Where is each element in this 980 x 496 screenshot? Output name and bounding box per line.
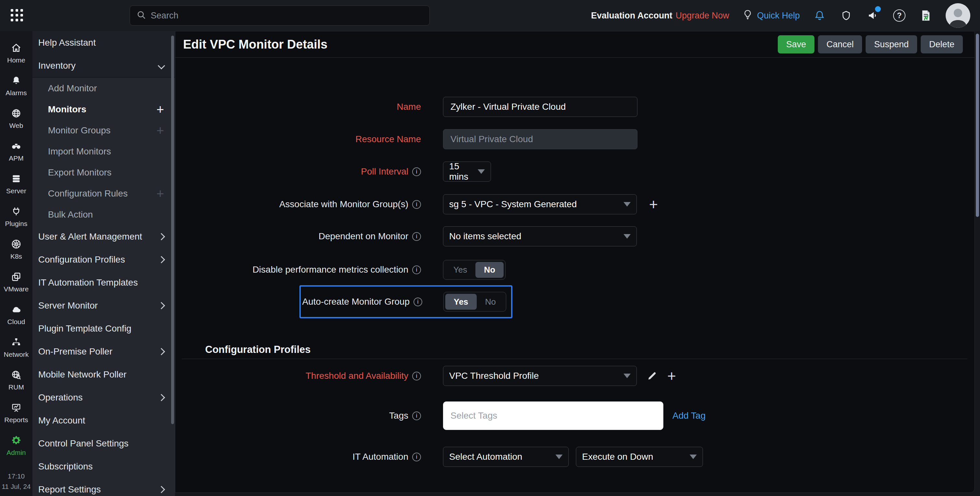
toggle-yes[interactable]: Yes — [445, 294, 477, 310]
name-input[interactable] — [443, 97, 638, 117]
info-icon[interactable]: i — [412, 167, 421, 176]
delete-button[interactable]: Delete — [921, 35, 963, 54]
info-icon[interactable]: i — [412, 200, 421, 209]
sidebar-item-help-assistant[interactable]: Help Assistant — [32, 31, 175, 54]
chevron-right-icon — [159, 234, 164, 239]
sidebar-item-inventory[interactable]: Inventory — [32, 54, 175, 78]
rail-item-cloud[interactable]: Cloud — [0, 298, 32, 331]
auto-create-toggle[interactable]: Yes No — [443, 292, 506, 312]
threshold-select[interactable]: VPC Threshold Profile — [443, 366, 637, 386]
sidebar-item-label: My Account — [38, 415, 85, 426]
sidebar-item-label: Export Monitors — [38, 167, 111, 178]
dependent-monitor-select[interactable]: No items selected — [443, 226, 637, 246]
evaluation-account-label: Evaluation Account — [591, 11, 673, 21]
tags-input[interactable] — [443, 401, 663, 430]
sidebar-item-label: Control Panel Settings — [38, 438, 129, 449]
topbar: Evaluation Account Upgrade Now Quick Hel… — [0, 0, 980, 31]
row-resource-name: Resource Name — [175, 129, 975, 149]
info-icon[interactable]: i — [412, 453, 421, 461]
toggle-no[interactable]: No — [476, 262, 504, 278]
global-search[interactable] — [130, 5, 430, 25]
sidebar-item-bulk-action[interactable]: Bulk Action — [32, 204, 175, 225]
disable-perf-toggle[interactable]: Yes No — [443, 260, 506, 280]
sidebar-item-monitors[interactable]: Monitors+ — [32, 99, 175, 120]
info-icon[interactable]: i — [412, 372, 421, 380]
add-tag-link[interactable]: Add Tag — [673, 410, 705, 421]
plugins-icon — [11, 206, 21, 217]
rail-item-label: Plugins — [5, 220, 27, 228]
rail-item-server[interactable]: Server — [0, 168, 32, 200]
edit-pencil-icon[interactable] — [646, 370, 657, 381]
sidebar-item-mobile-network-poller[interactable]: Mobile Network Poller — [32, 363, 175, 386]
help-question-icon[interactable]: ? — [892, 9, 906, 22]
sidebar-item-label: Add Monitor — [38, 83, 97, 93]
sidebar-item-operations[interactable]: Operations — [32, 386, 175, 409]
cancel-button[interactable]: Cancel — [818, 35, 862, 54]
vmware-icon — [11, 271, 21, 282]
sidebar-scrollbar[interactable] — [171, 36, 174, 424]
network-icon — [11, 337, 21, 348]
sidebar-item-subscriptions[interactable]: Subscriptions — [32, 455, 175, 478]
toggle-no[interactable]: No — [477, 294, 504, 310]
chevron-right-icon — [159, 349, 164, 354]
page-scrollbar[interactable] — [976, 34, 979, 217]
release-notes-icon[interactable] — [919, 9, 933, 22]
sidebar-item-add-monitor[interactable]: Add Monitor — [32, 78, 175, 99]
rail-item-rum[interactable]: RUM — [0, 364, 32, 396]
poll-interval-select[interactable]: 15 mins — [443, 162, 491, 182]
automation-select[interactable]: Select Automation — [443, 447, 569, 467]
rail-item-alarms[interactable]: Alarms — [0, 70, 32, 102]
rail-item-home[interactable]: Home — [0, 37, 32, 70]
suspend-button[interactable]: Suspend — [865, 35, 917, 54]
rail-item-k8s[interactable]: K8s — [0, 233, 32, 266]
upgrade-now-link[interactable]: Upgrade Now — [676, 11, 729, 21]
sidebar-item-label: Report Settings — [38, 484, 101, 495]
user-avatar[interactable] — [946, 3, 970, 28]
sidebar-item-user-alert-management[interactable]: User & Alert Management — [32, 225, 175, 248]
sidebar-item-export-monitors[interactable]: Export Monitors — [32, 162, 175, 183]
save-button[interactable]: Save — [778, 35, 815, 54]
server-icon — [11, 173, 21, 184]
rail-item-vmware[interactable]: VMware — [0, 266, 32, 298]
shield-icon[interactable] — [839, 9, 853, 22]
sidebar-item-server-monitor[interactable]: Server Monitor — [32, 294, 175, 317]
rail-item-network[interactable]: Network — [0, 331, 32, 364]
sidebar-item-import-monitors[interactable]: Import Monitors — [32, 141, 175, 162]
monitor-groups-select[interactable]: sg 5 - VPC - System Generated — [443, 194, 637, 214]
sidebar-item-my-account[interactable]: My Account — [32, 409, 175, 432]
sidebar-item-plugin-template-config[interactable]: Plugin Template Config — [32, 317, 175, 340]
rail-item-plugins[interactable]: Plugins — [0, 200, 32, 233]
execute-on-select[interactable]: Execute on Down — [576, 447, 703, 467]
row-dependent-monitor: Dependent on Monitor i No items selected — [175, 226, 975, 246]
toggle-yes[interactable]: Yes — [445, 262, 476, 278]
info-icon[interactable]: i — [412, 412, 421, 420]
quick-help-button[interactable]: Quick Help — [742, 9, 800, 22]
monitor-groups-label: Associate with Monitor Group(s) i — [205, 194, 421, 214]
sidebar-item-control-panel-settings[interactable]: Control Panel Settings — [32, 432, 175, 455]
info-icon[interactable]: i — [412, 265, 421, 274]
sidebar-item-report-settings[interactable]: Report Settings — [32, 478, 175, 496]
sidebar-item-configuration-rules[interactable]: Configuration Rules+ — [32, 183, 175, 204]
sidebar-item-monitor-groups[interactable]: Monitor Groups+ — [32, 120, 175, 141]
sidebar-item-label: Mobile Network Poller — [38, 369, 126, 380]
rail-item-admin[interactable]: Admin — [0, 429, 32, 462]
rail-item-apm[interactable]: APM — [0, 135, 32, 168]
notifications-bell-icon[interactable] — [813, 9, 826, 22]
info-icon[interactable]: i — [414, 298, 422, 306]
apps-grid-icon[interactable] — [11, 9, 24, 22]
search-input[interactable] — [151, 11, 423, 21]
sidebar-item-on-premise-poller[interactable]: On-Premise Poller — [32, 340, 175, 363]
sidebar-item-configuration-profiles[interactable]: Configuration Profiles — [32, 248, 175, 271]
row-tags: Tags i Add Tag — [175, 401, 975, 430]
resource-name-input[interactable] — [443, 129, 638, 149]
row-it-automation: IT Automation i Select Automation Execut… — [175, 447, 975, 467]
chevron-down-icon — [159, 63, 164, 68]
sidebar-item-it-automation-templates[interactable]: IT Automation Templates — [32, 271, 175, 294]
rail-item-reports[interactable]: Reports — [0, 396, 32, 429]
sidebar-item-label: Configuration Profiles — [38, 255, 125, 265]
chevron-right-icon — [159, 257, 164, 262]
announcements-megaphone-icon[interactable] — [866, 9, 880, 22]
row-threshold: Threshold and Availability i VPC Thresho… — [175, 366, 975, 386]
info-icon[interactable]: i — [412, 232, 421, 241]
rail-item-web[interactable]: Web — [0, 102, 32, 135]
